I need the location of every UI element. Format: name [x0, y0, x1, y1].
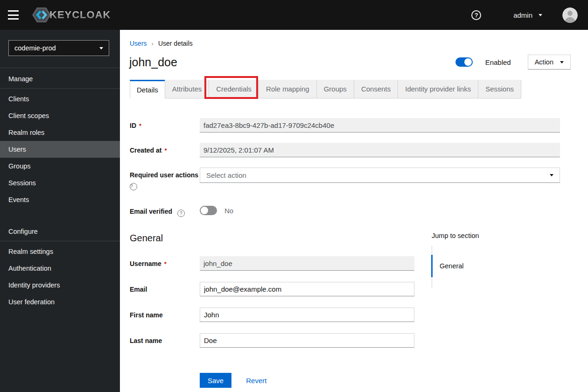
enabled-label: Enabled	[485, 58, 511, 66]
realm-name: codemie-prod	[14, 44, 56, 52]
tab-identity-provider-links[interactable]: Identity provider links	[398, 80, 478, 98]
required-user-actions-select[interactable]: Select action	[200, 168, 560, 183]
page-title: john_doe	[129, 56, 177, 69]
nav-group-manage-title: Manage	[0, 68, 120, 88]
jump-item-general[interactable]: General	[431, 255, 567, 277]
chevron-down-icon	[99, 47, 103, 49]
required-asterisk: *	[164, 147, 167, 154]
email-verified-label: Email verified ?	[130, 204, 200, 217]
sidebar-item-authentication[interactable]: Authentication	[0, 260, 120, 277]
jump-to-section-heading: Jump to section	[432, 232, 567, 239]
jump-to-section-list: General	[432, 246, 567, 288]
tab-role-mapping[interactable]: Role mapping	[259, 80, 316, 98]
user-name: admin	[513, 11, 532, 19]
created-at-label: Created at*	[130, 143, 200, 154]
sidebar-item-users[interactable]: Users	[0, 141, 120, 158]
sidebar-item-realm-roles[interactable]: Realm roles	[0, 124, 120, 141]
id-field[interactable]	[200, 118, 560, 133]
jump-to-section-panel: Jump to section General	[432, 232, 567, 288]
required-asterisk: *	[139, 122, 141, 129]
email-verified-state: No	[224, 207, 233, 215]
email-label: Email	[130, 282, 200, 293]
keycloak-logo-icon	[32, 6, 51, 24]
help-icon[interactable]: ?	[471, 10, 481, 20]
chevron-down-icon	[539, 14, 542, 16]
sidebar-item-sessions[interactable]: Sessions	[0, 175, 120, 191]
action-dropdown-button[interactable]: Action	[528, 55, 571, 70]
tab-consents[interactable]: Consents	[354, 80, 398, 98]
sidebar-item-clients[interactable]: Clients	[0, 91, 120, 107]
chevron-down-icon	[550, 174, 553, 176]
question-circle-icon[interactable]: ?	[130, 183, 137, 190]
required-user-actions-label: Required user actions ?	[130, 168, 200, 190]
user-menu[interactable]: admin	[513, 11, 542, 19]
last-name-field[interactable]	[200, 333, 414, 348]
enabled-toggle[interactable]	[455, 57, 473, 67]
tab-attributes[interactable]: Attributes	[165, 80, 209, 98]
last-name-label: Last name	[130, 333, 200, 344]
sidebar: codemie-prod Manage Clients Client scope…	[0, 30, 120, 392]
required-asterisk: *	[164, 260, 167, 267]
tab-credentials[interactable]: Credentials	[209, 80, 259, 98]
avatar-icon[interactable]	[562, 7, 578, 23]
first-name-label: First name	[130, 308, 200, 319]
action-label: Action	[535, 58, 553, 66]
breadcrumb-current: User details	[158, 40, 193, 47]
chevron-down-icon	[560, 61, 564, 63]
created-at-field[interactable]	[200, 143, 560, 157]
select-placeholder: Select action	[206, 171, 246, 179]
nav-group-configure-title: Configure	[0, 221, 120, 241]
menu-icon[interactable]	[8, 10, 20, 20]
breadcrumb: Users › User details	[120, 30, 588, 47]
main-content: Users › User details john_doe Enabled Ac…	[120, 30, 588, 392]
first-name-field[interactable]	[200, 308, 414, 322]
tab-details[interactable]: Details	[130, 80, 165, 98]
tab-bar: Details Attributes Credentials Role mapp…	[130, 80, 588, 98]
sidebar-item-realm-settings[interactable]: Realm settings	[0, 243, 120, 260]
email-verified-toggle[interactable]	[200, 206, 217, 215]
id-label: ID*	[130, 118, 200, 129]
sidebar-item-user-federation[interactable]: User federation	[0, 294, 120, 310]
tab-groups[interactable]: Groups	[316, 80, 354, 98]
username-field[interactable]	[200, 256, 414, 271]
brand-text: KEYCLOAK	[49, 9, 111, 21]
keycloak-logo: KEYCLOAK	[32, 6, 111, 24]
email-field[interactable]	[200, 282, 414, 296]
tab-sessions[interactable]: Sessions	[478, 80, 521, 98]
save-button[interactable]: Save	[200, 373, 231, 388]
breadcrumb-users-link[interactable]: Users	[130, 40, 147, 47]
revert-link[interactable]: Revert	[246, 377, 266, 385]
sidebar-item-client-scopes[interactable]: Client scopes	[0, 107, 120, 124]
configure-nav-list: Realm settings Authentication Identity p…	[0, 241, 120, 310]
sidebar-item-identity-providers[interactable]: Identity providers	[0, 277, 120, 294]
question-circle-icon[interactable]: ?	[177, 210, 185, 217]
breadcrumb-separator-icon: ›	[152, 40, 154, 47]
username-label: Username*	[130, 256, 200, 267]
sidebar-item-groups[interactable]: Groups	[0, 158, 120, 175]
top-bar: KEYCLOAK ? admin	[0, 0, 588, 30]
manage-nav-list: Clients Client scopes Realm roles Users …	[0, 89, 120, 208]
realm-selector[interactable]: codemie-prod	[8, 40, 109, 56]
sidebar-item-events[interactable]: Events	[0, 191, 120, 208]
